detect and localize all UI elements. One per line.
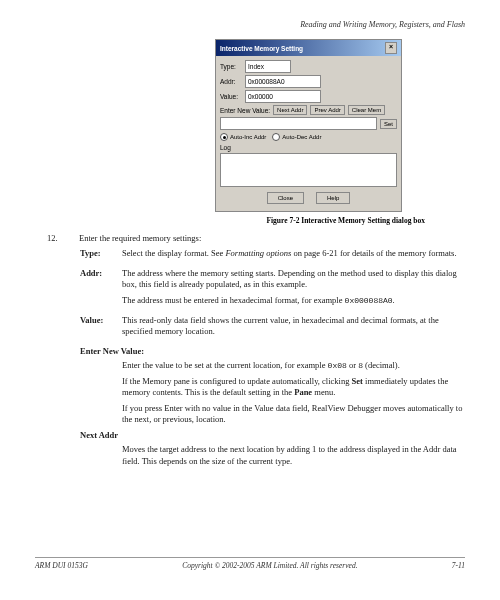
auto-inc-radio[interactable]: Auto-Inc Addr xyxy=(220,133,266,141)
log-label: Log xyxy=(220,144,397,151)
auto-dec-radio[interactable]: Auto-Dec Addr xyxy=(272,133,321,141)
next-addr-button[interactable]: Next Addr xyxy=(273,105,307,115)
footer-right: 7-11 xyxy=(452,561,465,570)
value-display: 0x00000 xyxy=(245,90,321,103)
addr-input[interactable]: 0x000088A0 xyxy=(245,75,321,88)
type-field-label: Type: xyxy=(80,248,122,263)
addr-field-text: The address where the memory setting sta… xyxy=(122,268,465,311)
step-number: 12. xyxy=(35,233,79,244)
prev-addr-button[interactable]: Prev Addr xyxy=(310,105,344,115)
running-header: Reading and Writing Memory, Registers, a… xyxy=(35,20,465,29)
enter-new-text: Enter the value to be set at the current… xyxy=(122,360,465,426)
enter-new-heading: Enter New Value: xyxy=(80,346,465,357)
clear-mem-button[interactable]: Clear Mem xyxy=(348,105,385,115)
next-addr-text: Moves the target address to the next loc… xyxy=(122,444,465,467)
step-intro: Enter the required memory settings: xyxy=(79,233,465,244)
close-button[interactable]: Close xyxy=(267,192,304,204)
enter-new-label: Enter New Value: xyxy=(220,107,270,114)
page-footer: ARM DUI 0153G Copyright © 2002-2005 ARM … xyxy=(35,557,465,570)
close-icon[interactable]: × xyxy=(385,42,397,54)
type-select[interactable]: Index xyxy=(245,60,291,73)
dialog-titlebar: Interactive Memory Setting × xyxy=(216,40,401,56)
figure-caption: Figure 7-2 Interactive Memory Setting di… xyxy=(35,216,465,225)
footer-center: Copyright © 2002-2005 ARM Limited. All r… xyxy=(182,561,357,570)
document-page: Reading and Writing Memory, Registers, a… xyxy=(0,0,500,600)
addr-field-label: Addr: xyxy=(80,268,122,311)
body-content: 12. Enter the required memory settings: … xyxy=(35,233,465,467)
dialog-title-text: Interactive Memory Setting xyxy=(220,45,303,52)
figure-dialog: Interactive Memory Setting × Type: Index… xyxy=(215,39,465,212)
radio-icon xyxy=(272,133,280,141)
addr-label: Addr: xyxy=(220,78,242,85)
set-button[interactable]: Set xyxy=(380,119,397,129)
value-field-text: This read-only data field shows the curr… xyxy=(122,315,465,342)
type-label: Type: xyxy=(220,63,242,70)
dialog-body: Type: Index Addr: 0x000088A0 Value: 0x00… xyxy=(216,56,401,211)
help-button[interactable]: Help xyxy=(316,192,350,204)
radio-checked-icon xyxy=(220,133,228,141)
value-field-label: Value: xyxy=(80,315,122,342)
footer-left: ARM DUI 0153G xyxy=(35,561,88,570)
type-field-text: Select the display format. See Formattin… xyxy=(122,248,465,263)
new-value-input[interactable] xyxy=(220,117,377,130)
log-textarea[interactable] xyxy=(220,153,397,187)
dialog-window: Interactive Memory Setting × Type: Index… xyxy=(215,39,402,212)
next-addr-heading: Next Addr xyxy=(80,430,465,441)
value-label: Value: xyxy=(220,93,242,100)
